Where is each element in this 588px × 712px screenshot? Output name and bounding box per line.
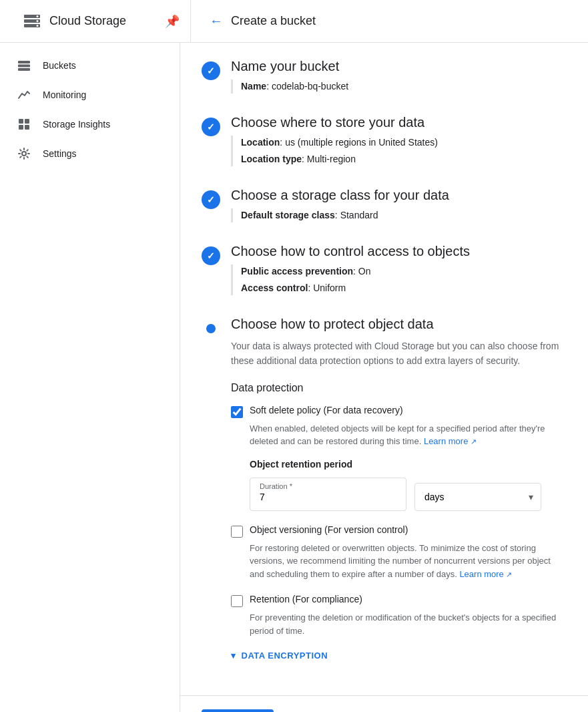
check-circle-storage-class [202, 190, 220, 209]
cancel-button[interactable]: CANCEL [282, 709, 354, 712]
back-button[interactable]: ← [210, 13, 223, 29]
active-step-title: Choose how to protect object data [231, 317, 567, 332]
content-area: Name your bucket Name: codelab-bq-bucket [180, 43, 588, 712]
step-storage-class-detail-0: Default storage class: Standard [241, 208, 567, 222]
step-name-title: Name your bucket [231, 59, 567, 74]
sidebar-item-settings[interactable]: Settings [0, 139, 174, 168]
svg-rect-12 [19, 125, 23, 130]
soft-delete-label[interactable]: Soft delete policy (For data recovery) [250, 405, 403, 415]
header: Cloud Storage 📌 ← Create a bucket [0, 0, 588, 43]
step-location-body: Choose where to store your data Location… [231, 115, 567, 169]
check-circle-name [202, 61, 220, 80]
soft-delete-checkbox[interactable] [231, 406, 243, 418]
pin-icon: 📌 [165, 14, 180, 29]
object-versioning-desc: For restoring deleted or overwritten obj… [250, 542, 567, 581]
svg-rect-10 [19, 119, 23, 124]
access-control-value: Uniform [313, 283, 346, 293]
step-storage-class: Choose a storage class for your data Def… [202, 188, 567, 225]
sidebar-item-buckets[interactable]: Buckets [0, 51, 174, 80]
step-name-details: Name: codelab-bq-bucket [231, 79, 567, 94]
retention-compliance-label[interactable]: Retention (For compliance) [250, 594, 362, 604]
retention-period: Object retention period Duration * [250, 459, 567, 511]
step-protect-body: Choose how to protect object data Your d… [231, 317, 567, 661]
public-access-value: On [358, 266, 371, 277]
location-label: Location [241, 137, 280, 148]
default-storage-class-label: Default storage class [241, 210, 335, 220]
svg-point-5 [37, 20, 39, 22]
chevron-down-icon-encryption: ▾ [231, 651, 236, 661]
svg-point-6 [37, 25, 39, 27]
svg-point-14 [22, 152, 26, 156]
section-title: Data protection [231, 382, 567, 394]
days-select[interactable]: days weeks months years [414, 483, 541, 511]
step-location-detail-1: Location type: Multi-region [241, 152, 567, 166]
soft-delete-desc: When enabled, deleted objects will be ke… [250, 422, 567, 448]
soft-delete-group: Soft delete policy (For data recovery) W… [231, 405, 567, 511]
app-layout: Cloud Storage 📌 ← Create a bucket Bucket… [0, 0, 588, 712]
step-storage-class-title: Choose a storage class for your data [231, 188, 567, 203]
retention-compliance-checkbox[interactable] [231, 595, 243, 607]
logo-icon [21, 11, 43, 32]
sidebar-label-storage-insights: Storage Insights [43, 119, 110, 130]
duration-input-wrapper: Duration * [250, 478, 406, 511]
bottom-bar: CREATE CANCEL [180, 695, 588, 712]
step-name-detail-0: Name: codelab-bq-bucket [241, 79, 567, 94]
external-link-icon: ↗ [471, 437, 477, 446]
content-inner: Name your bucket Name: codelab-bq-bucket [180, 43, 588, 695]
soft-delete-learn-more[interactable]: Learn more ↗ [424, 436, 477, 446]
sidebar-label-monitoring: Monitoring [43, 90, 86, 100]
retention-period-title: Object retention period [250, 459, 567, 470]
encryption-label: DATA ENCRYPTION [242, 651, 328, 661]
step-storage-class-details: Default storage class: Standard [231, 208, 567, 222]
access-control-label: Access control [241, 283, 308, 293]
retention-compliance-row: Retention (For compliance) [231, 594, 567, 607]
buckets-icon [16, 59, 32, 72]
step-storage-class-body: Choose a storage class for your data Def… [231, 188, 567, 225]
encryption-toggle[interactable]: ▾ DATA ENCRYPTION [231, 651, 567, 661]
dot-circle-protect [206, 324, 216, 333]
svg-point-4 [37, 15, 39, 17]
create-button[interactable]: CREATE [202, 709, 274, 712]
sidebar-item-monitoring[interactable]: Monitoring [0, 80, 174, 110]
retention-compliance-group: Retention (For compliance) For preventin… [231, 594, 567, 637]
step-protect-icon [202, 319, 220, 338]
app-title: Cloud Storage [49, 14, 126, 28]
svg-rect-9 [18, 68, 30, 71]
monitoring-icon [16, 88, 32, 102]
step-location-detail-0: Location: us (multiple regions in United… [241, 136, 567, 150]
object-versioning-checkbox[interactable] [231, 526, 243, 538]
step-access-body: Choose how to control access to objects … [231, 244, 567, 298]
step-storage-class-icon [202, 190, 220, 209]
step-name-body: Name your bucket Name: codelab-bq-bucket [231, 59, 567, 96]
sidebar-item-storage-insights[interactable]: Storage Insights [0, 110, 174, 139]
object-versioning-group: Object versioning (For version control) … [231, 524, 567, 581]
step-access-detail-1: Access control: Uniform [241, 281, 567, 295]
step-name-icon [202, 61, 220, 80]
svg-rect-13 [25, 125, 29, 130]
step-access: Choose how to control access to objects … [202, 244, 567, 298]
svg-rect-8 [18, 65, 30, 67]
step-protect: Choose how to protect object data Your d… [202, 317, 567, 661]
retention-inputs: Duration * days weeks months [250, 478, 567, 511]
step-access-details: Public access prevention: On Access cont… [231, 264, 567, 295]
sidebar-label-buckets: Buckets [43, 60, 76, 71]
main-layout: Buckets Monitoring Storage Insights Sett… [0, 43, 588, 712]
sidebar-label-settings: Settings [43, 148, 77, 159]
sidebar: Buckets Monitoring Storage Insights Sett… [0, 43, 180, 712]
object-versioning-learn-more[interactable]: Learn more ↗ [459, 569, 512, 579]
svg-rect-11 [25, 119, 29, 124]
object-versioning-row: Object versioning (For version control) [231, 524, 567, 538]
step-location: Choose where to store your data Location… [202, 115, 567, 169]
step-name: Name your bucket Name: codelab-bq-bucket [202, 59, 567, 96]
object-versioning-label[interactable]: Object versioning (For version control) [250, 524, 408, 535]
active-step-desc: Your data is always protected with Cloud… [231, 339, 567, 369]
check-circle-access [202, 246, 220, 265]
location-type-value: Multi-region [307, 154, 356, 164]
data-protection-section: Data protection Soft delete policy (For … [231, 382, 567, 661]
retention-compliance-desc: For preventing the deletion or modificat… [250, 611, 567, 637]
settings-icon [16, 147, 32, 160]
location-type-label: Location type [241, 154, 302, 164]
soft-delete-row: Soft delete policy (For data recovery) [231, 405, 567, 418]
duration-label: Duration * [260, 482, 292, 490]
default-storage-class-value: Standard [340, 210, 378, 220]
